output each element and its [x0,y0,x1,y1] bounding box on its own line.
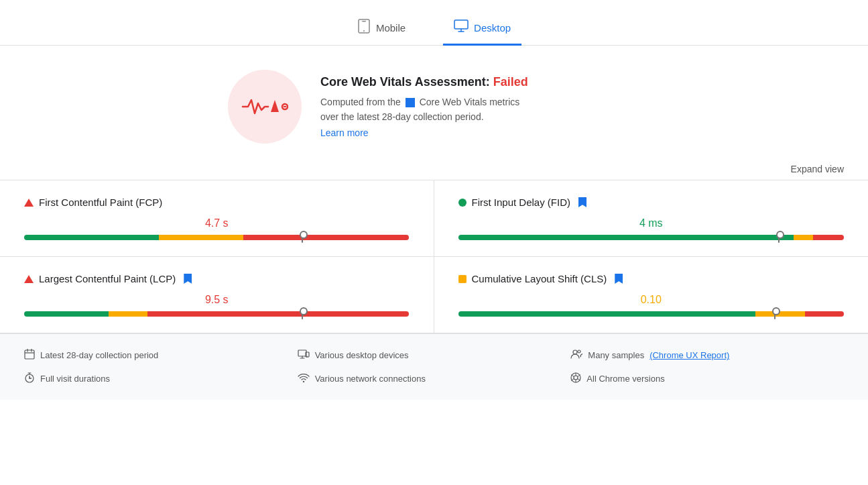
footer-section: Latest 28-day collection period Various … [0,333,868,400]
svg-point-1 [363,30,365,32]
cls-label: Cumulative Layout Shift (CLS) [472,273,607,284]
tab-mobile[interactable]: Mobile [347,12,416,46]
footer-chrome-versions-text: All Chrome versions [586,374,664,384]
assessment-icon [228,70,302,144]
svg-rect-11 [298,350,306,356]
fcp-bar [24,235,410,240]
users-icon [570,349,582,362]
cls-value: 0.10 [458,294,845,306]
fcp-bar-marker [302,232,303,243]
cls-bar-red [805,311,844,317]
chrome-icon [570,372,581,385]
assessment-waveform [241,93,288,120]
cls-header: Cumulative Layout Shift (CLS) [458,273,845,284]
lcp-label: Largest Contentful Paint (LCP) [39,273,176,284]
metrics-grid: First Contentful Paint (FCP) 4.7 s First… [0,180,868,333]
fcp-bar-green [24,235,159,240]
metric-cell-lcp: Largest Contentful Paint (LCP) 9.5 s [0,257,434,333]
desktop-devices-icon [298,349,310,362]
expand-view-row: Expand view [0,164,868,180]
lcp-header: Largest Contentful Paint (LCP) [24,273,410,284]
lcp-bar-red [147,311,410,317]
fcp-label: First Contentful Paint (FCP) [39,197,162,208]
footer-collection-period-text: Latest 28-day collection period [40,350,158,360]
desktop-icon [454,19,469,36]
fid-label: First Input Delay (FID) [472,197,571,208]
fid-bar-green [458,235,794,240]
cwv-badge-icon [406,98,415,107]
fid-value: 4 ms [458,217,845,229]
metric-cell-fid: First Input Delay (FID) 4 ms [434,180,869,257]
learn-more-link[interactable]: Learn more [320,127,528,138]
svg-marker-4 [271,100,279,112]
fid-bar-red [813,235,844,240]
svg-rect-2 [362,21,366,22]
footer-item-visit-durations: Full visit durations [24,370,298,388]
fid-bookmark-icon [578,197,586,207]
assessment-text: Core Web Vitals Assessment: Failed Compu… [320,70,528,138]
fid-bar [458,235,845,240]
fcp-indicator [24,199,34,207]
tab-mobile-label: Mobile [376,22,406,34]
metric-cell-fcp: First Contentful Paint (FCP) 4.7 s [0,180,434,257]
cls-bar-orange [755,311,806,317]
fcp-header: First Contentful Paint (FCP) [24,197,410,208]
lcp-bar-orange [109,311,147,317]
fid-bar-marker [778,232,780,243]
timer-icon [24,372,35,385]
footer-item-collection-period: Latest 28-day collection period [24,346,298,364]
fcp-bar-orange [159,235,243,240]
page-container: Mobile Desktop [0,0,868,400]
svg-rect-7 [25,350,34,359]
cls-indicator [458,275,467,283]
footer-item-desktop-devices: Various desktop devices [298,346,571,364]
lcp-bar-green [24,311,109,317]
wifi-icon [298,373,310,384]
cls-bookmark-icon [615,274,623,284]
expand-view-link[interactable]: Expand view [791,164,844,174]
fid-bar-orange [794,235,813,240]
assessment-description: Computed from the Core Web Vitals metric… [320,95,528,125]
footer-desktop-devices-text: Various desktop devices [315,350,409,360]
cls-bar-marker [774,309,776,319]
tab-desktop[interactable]: Desktop [443,12,521,46]
assessment-section: Core Web Vitals Assessment: Failed Compu… [0,46,868,164]
footer-visit-durations-text: Full visit durations [40,374,110,384]
footer-item-many-samples: Many samples (Chrome UX Report) [570,346,844,364]
footer-network-text: Various network connections [315,374,426,384]
cls-bar [458,311,845,317]
assessment-title: Core Web Vitals Assessment: Failed [320,75,528,89]
lcp-value: 9.5 s [24,294,410,306]
svg-point-15 [578,350,580,353]
svg-point-14 [573,350,577,354]
fcp-value: 4.7 s [24,217,410,229]
lcp-bookmark-icon [184,274,192,284]
fcp-bar-red [243,235,409,240]
lcp-bar-marker [302,309,303,319]
lcp-bar [24,311,410,317]
svg-point-23 [574,376,578,380]
fid-indicator [458,199,467,207]
footer-item-network: Various network connections [298,370,571,388]
tab-desktop-label: Desktop [474,22,511,34]
device-tabs: Mobile Desktop [0,0,868,46]
metric-cell-cls: Cumulative Layout Shift (CLS) 0.10 [434,257,869,333]
svg-rect-3 [454,20,468,29]
chrome-ux-report-link[interactable]: (Chrome UX Report) [649,350,729,360]
calendar-icon [24,349,35,362]
lcp-indicator [24,275,34,283]
footer-item-chrome-versions: All Chrome versions [570,370,844,388]
assessment-status: Failed [493,75,528,89]
footer-many-samples-text: Many samples [588,350,644,360]
fid-header: First Input Delay (FID) [458,197,845,208]
mobile-icon [357,19,371,37]
cls-bar-green [458,311,755,317]
svg-point-21 [302,381,304,382]
